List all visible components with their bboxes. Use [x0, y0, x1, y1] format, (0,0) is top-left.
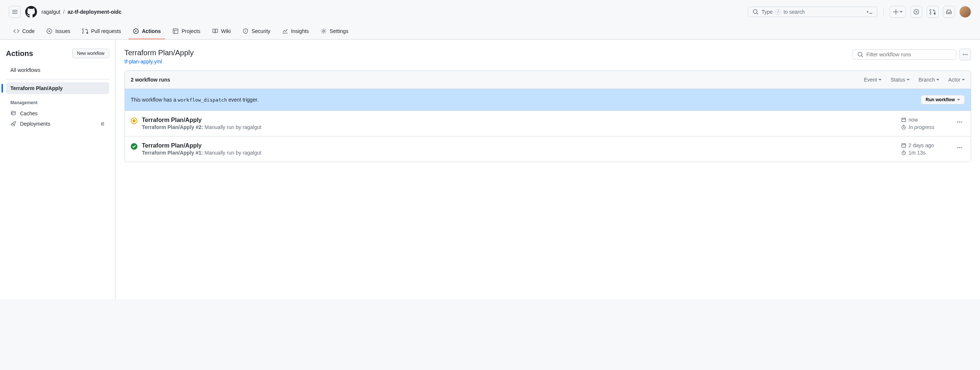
sidebar-workflow-item[interactable]: Terraform Plan/Apply — [6, 82, 109, 94]
run-meta: 2 days ago1m 13s — [901, 142, 945, 156]
tab-security[interactable]: Security — [238, 24, 275, 39]
github-logo[interactable] — [25, 6, 37, 18]
breadcrumb-separator: / — [63, 9, 65, 15]
tab-insights[interactable]: Insights — [278, 24, 313, 39]
pull-requests-button[interactable] — [927, 6, 939, 18]
svg-point-18 — [959, 121, 960, 123]
tab-issues[interactable]: Issues — [42, 24, 75, 39]
run-options-button[interactable] — [955, 142, 965, 153]
plus-icon — [893, 9, 899, 15]
search-key: / — [776, 9, 780, 14]
kebab-icon — [957, 119, 963, 125]
caret-down-icon — [878, 78, 881, 81]
sidebar-all-workflows[interactable]: All workflows — [6, 64, 109, 76]
search-placeholder-suffix: to search — [783, 9, 805, 15]
svg-point-25 — [961, 147, 962, 148]
filter-status[interactable]: Status — [890, 77, 910, 83]
repo-nav: Code Issues Pull requests Actions Projec… — [0, 24, 980, 40]
run-title[interactable]: Terraform Plan/Apply — [142, 117, 897, 123]
sidebar-title: Actions — [6, 49, 33, 58]
svg-point-6 — [245, 30, 246, 31]
gear-icon — [321, 28, 327, 34]
global-search[interactable]: Type / to search — [748, 7, 877, 17]
tab-projects[interactable]: Projects — [168, 24, 205, 39]
book-icon — [212, 28, 218, 34]
sidebar-management-heading: Management — [6, 94, 109, 108]
runs-count: 2 workflow runs — [131, 77, 170, 83]
filter-actor[interactable]: Actor — [948, 77, 965, 83]
filter-branch[interactable]: Branch — [918, 77, 939, 83]
search-icon — [858, 51, 863, 57]
tab-wiki[interactable]: Wiki — [208, 24, 235, 39]
caret-down-icon — [962, 78, 965, 81]
svg-point-8 — [323, 30, 325, 32]
caret-down-icon — [936, 78, 939, 81]
pull-request-icon — [82, 28, 88, 34]
stopwatch-icon — [901, 124, 906, 130]
run-title[interactable]: Terraform Plan/Apply — [142, 142, 897, 149]
run-duration: In progress — [901, 124, 934, 130]
workflow-options-button[interactable] — [959, 49, 971, 61]
user-avatar[interactable] — [959, 6, 971, 18]
sidebar-caches[interactable]: Caches — [6, 108, 109, 119]
status-success-icon — [131, 143, 137, 150]
filter-workflow-runs[interactable] — [853, 49, 956, 60]
kebab-icon — [962, 51, 968, 57]
kebab-icon — [957, 145, 963, 150]
stopwatch-icon — [901, 150, 906, 155]
issue-dot-icon — [913, 9, 919, 15]
command-palette-icon — [867, 9, 873, 15]
filter-input-field[interactable] — [866, 51, 951, 57]
run-info: Terraform Plan/ApplyTerraform Plan/Apply… — [142, 142, 897, 156]
run-workflow-button[interactable]: Run workflow — [921, 95, 965, 105]
svg-point-23 — [958, 147, 959, 148]
cache-icon — [10, 110, 16, 116]
caret-down-icon — [957, 98, 960, 101]
run-row[interactable]: Terraform Plan/ApplyTerraform Plan/Apply… — [125, 136, 971, 162]
svg-point-10 — [963, 54, 964, 55]
run-duration: 1m 13s — [901, 150, 926, 156]
inbox-button[interactable] — [943, 6, 955, 18]
hamburger-menu[interactable] — [9, 6, 21, 18]
svg-rect-15 — [902, 118, 906, 122]
github-icon — [25, 6, 37, 18]
graph-icon — [282, 28, 288, 34]
page-title: Terraform Plan/Apply — [124, 49, 194, 57]
svg-rect-7 — [245, 31, 246, 32]
search-placeholder-prefix: Type — [762, 9, 773, 15]
tab-code[interactable]: Code — [9, 24, 39, 39]
breadcrumb-repo[interactable]: az-tf-deployment-oidc — [67, 9, 121, 15]
workflow-file-link[interactable]: tf-plan-apply.yml — [124, 59, 194, 64]
filter-event[interactable]: Event — [864, 77, 881, 83]
run-info: Terraform Plan/ApplyTerraform Plan/Apply… — [142, 117, 897, 130]
dispatch-banner: This workflow has a workflow_dispatch ev… — [125, 89, 971, 111]
inbox-icon — [946, 9, 952, 15]
rocket-icon — [10, 121, 16, 127]
create-new-button[interactable] — [889, 6, 906, 18]
dispatch-text: This workflow has a workflow_dispatch ev… — [131, 97, 259, 103]
caret-down-icon — [900, 10, 903, 13]
run-subtitle: Terraform Plan/Apply #1: Manually run by… — [142, 150, 897, 156]
topbar-separator — [883, 8, 884, 16]
issues-button[interactable] — [910, 6, 922, 18]
breadcrumb-owner[interactable]: ragalgut — [41, 9, 60, 15]
tab-pull-requests[interactable]: Pull requests — [78, 24, 126, 39]
run-options-button[interactable] — [955, 117, 965, 127]
svg-point-24 — [959, 147, 960, 148]
status-in-progress-icon — [131, 118, 137, 124]
tab-actions[interactable]: Actions — [129, 24, 165, 39]
breadcrumb: ragalgut / az-tf-deployment-oidc — [41, 9, 121, 15]
sidebar: Actions New workflow All workflows Terra… — [0, 40, 116, 299]
runs-box: 2 workflow runs Event Status Branch Acto… — [124, 70, 971, 162]
svg-point-14 — [133, 120, 135, 122]
runs-header: 2 workflow runs Event Status Branch Acto… — [125, 71, 971, 89]
calendar-icon — [901, 117, 906, 122]
tab-settings[interactable]: Settings — [316, 24, 353, 39]
run-row[interactable]: Terraform Plan/ApplyTerraform Plan/Apply… — [125, 111, 971, 136]
sidebar-deployments[interactable]: Deployments — [6, 119, 109, 129]
shield-icon — [243, 28, 248, 34]
caret-down-icon — [907, 78, 910, 81]
new-workflow-button[interactable]: New workflow — [72, 49, 109, 58]
svg-point-3 — [49, 30, 50, 32]
svg-point-9 — [11, 111, 16, 113]
